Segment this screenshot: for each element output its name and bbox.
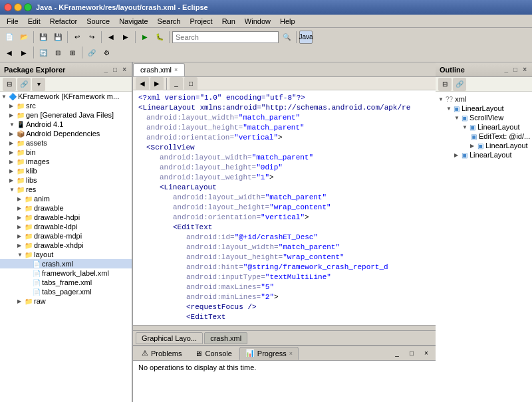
menu-edit[interactable]: Edit: [24, 16, 45, 27]
save-all-button[interactable]: 💾: [51, 31, 65, 44]
tree-item-klib[interactable]: ▶ 📁 klib: [0, 166, 132, 175]
tree-item-crash-xml[interactable]: 📄 crash.xml: [0, 259, 132, 268]
menu-search[interactable]: Search: [154, 16, 185, 27]
code-text: android:inputType=: [186, 272, 265, 282]
bottom-close-icon[interactable]: ×: [420, 347, 433, 360]
editor-toolbar-icon-1[interactable]: ◀: [136, 77, 149, 90]
horizontal-scrollbar[interactable]: [133, 325, 436, 330]
tree-item-drawable-xhdpi[interactable]: ▶ 📁 drawable-xhdpi: [0, 241, 132, 250]
link-button[interactable]: 🔗: [85, 46, 98, 59]
outline-item-xml[interactable]: ▼ ?? xml: [436, 94, 532, 104]
tree-item-drawable[interactable]: ▶ 📁 drawable: [0, 203, 132, 213]
code-value: "0dip": [256, 163, 283, 173]
graphical-layout-tab[interactable]: Graphical Layo...: [136, 332, 203, 344]
tree-item-raw[interactable]: ▶ 📁 raw: [0, 296, 132, 306]
menu-window[interactable]: Window: [241, 16, 275, 27]
tree-label: raw: [34, 297, 46, 305]
code-line: <LinearLayout xmlns:android="http://sche…: [133, 103, 436, 113]
window-controls[interactable]: [4, 3, 32, 11]
outline-collapse-icon[interactable]: ⊟: [438, 78, 452, 91]
menu-refactor[interactable]: Refactor: [46, 16, 82, 27]
bottom-minimize-icon[interactable]: _: [390, 347, 404, 360]
tree-item-src[interactable]: ▶ 📁 src: [0, 101, 132, 110]
tree-item-assets[interactable]: ▶ 📁 assets: [0, 138, 132, 148]
code-editor[interactable]: <?xml version="1.0" encoding="utf-8"?> <…: [133, 90, 436, 325]
tree-item-android41[interactable]: ▼ 📱 Android 4.1: [0, 120, 132, 129]
panel-minimize-icon[interactable]: _: [103, 66, 110, 73]
problems-tab[interactable]: ⚠ Problems: [136, 347, 188, 360]
tree-item-drawable-hdpi[interactable]: ▶ 📁 drawable-hdpi: [0, 213, 132, 222]
tree-item-drawable-mdpi[interactable]: ▶ 📁 drawable-mdpi: [0, 231, 132, 241]
editor-tab-crash-xml[interactable]: crash.xml ×: [133, 63, 185, 76]
progress-tab[interactable]: 📊 Progress ×: [239, 347, 299, 360]
next-button[interactable]: ▶: [119, 31, 132, 44]
tree-item-res[interactable]: ▼ 📁 res: [0, 185, 132, 194]
run-button[interactable]: ▶: [138, 31, 152, 44]
save-button[interactable]: 💾: [37, 31, 50, 44]
tree-item-layout[interactable]: ▼ 📁 layout: [0, 250, 132, 259]
outline-close-icon[interactable]: ×: [521, 66, 528, 73]
outline-label: LinearLayout: [462, 104, 504, 112]
tree-item-deps[interactable]: ▶ 📦 Android Dependencies: [0, 129, 132, 138]
expand-button[interactable]: ⊞: [66, 46, 79, 59]
tree-item-bin[interactable]: ▶ 📁 bin: [0, 148, 132, 157]
editor-maximize-icon[interactable]: □: [184, 77, 198, 90]
menu-navigate[interactable]: Navigate: [115, 16, 152, 27]
panel-close-icon[interactable]: ×: [121, 66, 128, 73]
redo-button[interactable]: ↪: [85, 31, 98, 44]
outline-item-edittext[interactable]: ▣ EditText: @id/...: [436, 132, 532, 141]
tree-menu-icon[interactable]: ▾: [32, 78, 45, 91]
menu-source[interactable]: Source: [82, 16, 114, 27]
tree-item-images[interactable]: ▶ 📁 images: [0, 157, 132, 166]
outline-sync-icon[interactable]: 🔗: [453, 78, 466, 91]
minimize-button[interactable]: [14, 3, 22, 11]
code-line: android:layout_height="wrap_content": [133, 203, 436, 213]
settings-button[interactable]: ⚙: [100, 46, 113, 59]
panel-maximize-icon[interactable]: □: [112, 66, 118, 73]
menu-help[interactable]: Help: [276, 16, 299, 27]
close-button[interactable]: [4, 3, 12, 11]
editor-minimize-icon[interactable]: _: [170, 77, 183, 90]
tree-item-framework-label[interactable]: 📄 framework_label.xml: [0, 268, 132, 278]
menu-run[interactable]: Run: [218, 16, 239, 27]
link-with-editor-icon[interactable]: 🔗: [17, 78, 31, 91]
back-button[interactable]: ◀: [3, 46, 16, 59]
undo-button[interactable]: ↩: [70, 31, 84, 44]
outline-item-linearlayout3[interactable]: ▶ ▣ LinearLayout: [436, 150, 532, 159]
tree-item-anim[interactable]: ▶ 📁 anim: [0, 194, 132, 203]
sync-button[interactable]: 🔄: [37, 46, 50, 59]
tab-close-icon[interactable]: ×: [174, 66, 178, 73]
outline-maximize-icon[interactable]: □: [512, 66, 519, 73]
forward-button[interactable]: ▶: [17, 46, 31, 59]
open-button[interactable]: 📂: [17, 31, 31, 44]
collapse-button[interactable]: ⊟: [51, 46, 65, 59]
outline-item-linearlayout[interactable]: ▼ ▣ LinearLayout: [436, 104, 532, 113]
bottom-maximize-icon[interactable]: □: [405, 347, 418, 360]
outline-item-scrollview[interactable]: ▼ ▣ ScrollView: [436, 113, 532, 122]
menu-project[interactable]: Project: [186, 16, 216, 27]
search-icon[interactable]: 🔍: [280, 31, 293, 44]
tree-item-tabs-pager[interactable]: 📄 tabs_pager.xml: [0, 287, 132, 296]
editor-toolbar-icon-2[interactable]: ▶: [150, 77, 164, 90]
outline-minimize-icon[interactable]: _: [503, 66, 510, 73]
tree-item-tabs-frame[interactable]: 📄 tabs_frame.xml: [0, 278, 132, 287]
crash-xml-tab[interactable]: crash.xml: [204, 332, 247, 344]
new-button[interactable]: 📄: [3, 31, 16, 44]
collapse-all-icon[interactable]: ⊟: [3, 78, 16, 91]
perspective-java[interactable]: Java: [299, 31, 313, 44]
maximize-button[interactable]: [24, 3, 32, 11]
tree-item-drawable-ldpi[interactable]: ▶ 📁 drawable-ldpi: [0, 222, 132, 231]
prev-button[interactable]: ◀: [104, 31, 118, 44]
search-input[interactable]: [172, 31, 279, 43]
outline-item-inner-linearlayout[interactable]: ▼ ▣ LinearLayout: [436, 122, 532, 132]
console-tab[interactable]: 🖥 Console: [189, 347, 237, 360]
code-text: android:layout_height=: [160, 163, 256, 173]
menu-file[interactable]: File: [3, 16, 23, 27]
outline-item-linearlayout2[interactable]: ▶ ▣ LinearLayout: [436, 141, 532, 150]
debug-button[interactable]: 🐛: [153, 31, 166, 44]
tree-item-kframework[interactable]: ▼ 🔷 KFramework [KFramework m...: [0, 92, 132, 101]
tree-item-libs[interactable]: ▶ 📁 libs: [0, 175, 132, 185]
center-split: crash.xml × ◀ ▶ _ □ <?xml version="1.0" …: [133, 62, 436, 402]
progress-tab-close-icon[interactable]: ×: [289, 350, 293, 357]
tree-item-gen[interactable]: ▶ 📁 gen [Generated Java Files]: [0, 110, 132, 120]
